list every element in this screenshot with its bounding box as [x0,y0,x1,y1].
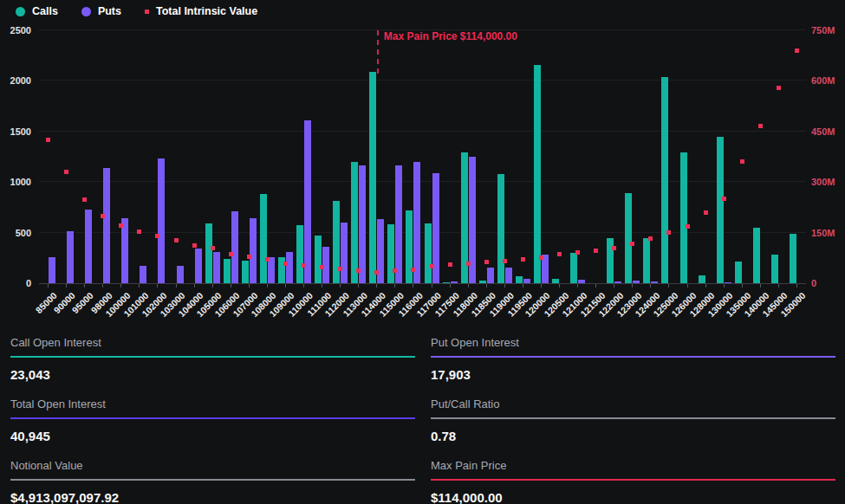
x-axis-tick [577,284,578,288]
x-axis-tick [796,284,797,288]
x-axis-tick [687,284,688,288]
put-bar [250,218,257,283]
intrinsic-value-dot [174,238,179,242]
x-axis-tick [668,284,669,288]
put-bar [103,168,110,283]
y-axis-left-tick-label: 500 [0,228,31,239]
stat-value: 23,043 [10,367,415,382]
stat-value: $114,000.00 [431,490,835,504]
stat-total-open-interest: Total Open Interest40,945 [10,397,415,443]
intrinsic-value-dot [283,262,288,266]
x-axis-tick [541,284,542,288]
x-axis-tick [376,284,377,288]
options-open-interest-chart: Max Pain Price $114,000.00 8500090000950… [0,21,845,327]
legend-item-puts[interactable]: Puts [81,5,121,17]
call-bar [443,282,450,283]
put-bar [67,231,74,283]
stat-label: Call Open Interest [10,336,415,349]
x-axis-tick [724,284,725,288]
call-bar [717,137,724,283]
call-bar [351,162,358,283]
stat-label: Put/Call Ratio [431,397,835,410]
call-bar [315,236,322,283]
x-axis-tick [614,284,614,288]
chart-legend: CallsPutsTotal Intrinsic Value [16,3,257,19]
legend-item-calls[interactable]: Calls [16,5,58,17]
x-axis-tick [249,284,250,288]
put-bar [231,211,238,284]
legend-item-total-intrinsic-value[interactable]: Total Intrinsic Value [145,5,257,17]
gridline [39,131,806,132]
stat-max-pain-price: Max Pain Price$114,000.00 [431,459,835,504]
stat-accent-line [10,417,415,419]
intrinsic-value-dot [648,236,653,241]
y-axis-left-tick-label: 1000 [0,177,31,188]
y-axis-left-tick-label: 2500 [0,25,31,36]
x-axis-tick [778,284,779,288]
y-axis-right-tick-label: 450M [811,126,835,138]
x-axis-tick [394,284,395,288]
x-axis-tick [48,284,49,288]
intrinsic-value-dot [119,223,123,228]
intrinsic-value-dot [795,48,799,53]
x-axis-tick [632,284,633,288]
max-pain-annotation: Max Pain Price $114,000.00 [384,30,517,42]
intrinsic-value-dot [630,242,634,246]
intrinsic-value-dot [521,257,525,262]
x-axis-tick [523,284,523,288]
x-axis-tick [212,284,213,288]
stat-label: Total Open Interest [10,397,415,410]
x-axis-tick [358,284,359,288]
x-axis-tick [285,284,286,288]
put-bar [49,257,55,283]
intrinsic-value-dot [466,262,471,266]
intrinsic-value-dot [722,197,726,201]
x-axis-tick [340,284,341,288]
stat-accent-line [10,479,415,481]
call-bar [333,201,340,283]
x-axis-tick [468,284,469,288]
legend-label: Puts [98,5,121,17]
max-pain-line [377,30,379,74]
stat-value: 40,945 [10,429,415,443]
x-axis-tick [267,284,268,288]
intrinsic-value-dot [356,268,361,273]
intrinsic-value-dot [777,86,781,90]
stat-value: 17,903 [431,367,835,382]
x-axis-tick [322,284,322,288]
call-bar [479,281,486,283]
call-bar [242,261,249,283]
x-axis-tick [139,284,140,288]
x-axis-tick [432,284,432,288]
x-axis-tick [450,284,451,288]
x-axis-tick [504,284,505,288]
put-bar [395,165,402,283]
call-bar [369,72,376,283]
put-bar [213,252,220,283]
y-axis-left-tick-label: 2000 [0,75,31,87]
put-bar [85,210,92,283]
intrinsic-value-dot [758,124,763,128]
calls-legend-marker-icon [16,7,25,16]
x-axis-tick [742,284,743,288]
x-axis-tick [760,284,761,288]
x-axis-tick [84,284,85,288]
puts-legend-marker-icon [81,7,91,16]
intrinsic-value-dot [503,259,507,263]
stat-value: $4,913,097,097.92 [10,490,415,504]
y-axis-right-tick-label: 150M [811,228,835,239]
call-bar [607,238,614,283]
y-axis-right-tick-label: 300M [811,177,835,188]
call-bar [205,223,212,283]
put-bar [487,268,494,283]
put-bar [633,281,640,284]
x-axis-tick [705,284,706,288]
intrinsic-value-dot [430,264,434,268]
stat-label: Max Pain Price [431,459,835,472]
intrinsic-value-dot [704,210,708,215]
x-axis-tick [650,284,651,288]
put-bar [413,162,420,283]
put-bar [121,218,128,283]
put-bar [451,281,458,283]
stat-accent-line [431,417,835,419]
